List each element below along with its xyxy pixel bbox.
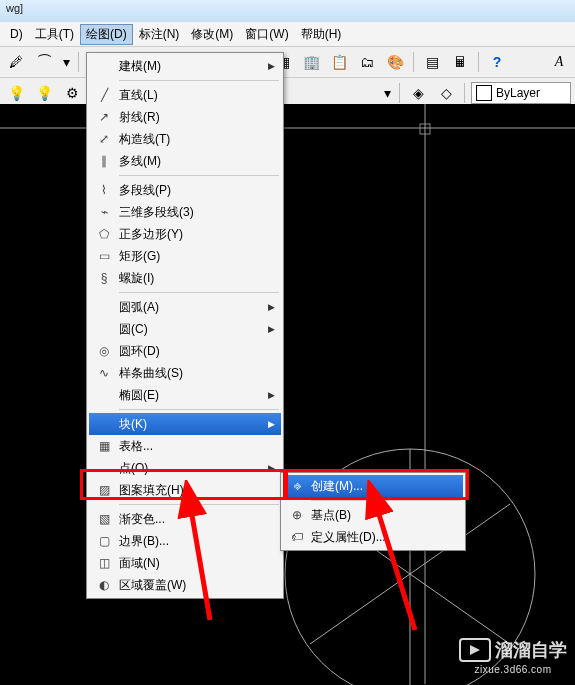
menu-modify[interactable]: 修改(M) <box>185 24 239 45</box>
separator <box>399 83 400 103</box>
make-block-icon: ⎆ <box>283 479 311 493</box>
menu-divider <box>311 500 461 501</box>
gear-icon[interactable]: ⚙ <box>60 81 84 105</box>
menu-divider <box>119 175 279 176</box>
attdef-icon: 🏷 <box>283 530 311 544</box>
menu-region[interactable]: ◫ 面域(N) <box>89 552 281 574</box>
layer-filter-icon[interactable]: ◇ <box>434 81 458 105</box>
menu-helix[interactable]: § 螺旋(I) <box>89 267 281 289</box>
helix-icon: § <box>89 271 119 285</box>
sheetset-icon[interactable]: 🏢 <box>299 50 323 74</box>
separator <box>478 52 479 72</box>
menu-circle[interactable]: 圆(C) ▶ <box>89 318 281 340</box>
color-control[interactable]: ByLayer <box>471 82 571 104</box>
menu-arc[interactable]: 圆弧(A) ▶ <box>89 296 281 318</box>
menu-d-partial[interactable]: D) <box>4 25 29 43</box>
menu-spline[interactable]: ∿ 样条曲线(S) <box>89 362 281 384</box>
menu-ray[interactable]: ↗ 射线(R) <box>89 106 281 128</box>
calculator-icon[interactable]: 🖩 <box>448 50 472 74</box>
menu-table[interactable]: ▦ 表格... <box>89 435 281 457</box>
menu-divider <box>119 504 279 505</box>
layer-icon[interactable]: 🗂 <box>355 50 379 74</box>
help-icon[interactable]: ? <box>485 50 509 74</box>
menu-pline[interactable]: ⌇ 多段线(P) <box>89 179 281 201</box>
menu-divider <box>119 292 279 293</box>
menu-line[interactable]: ╱ 直线(L) <box>89 84 281 106</box>
submenu-arrow-icon: ▶ <box>268 324 275 334</box>
text-style-icon[interactable]: A <box>547 50 571 74</box>
gradient-icon: ▧ <box>89 512 119 526</box>
draw-menu-dropdown: 建模(M) ▶ ╱ 直线(L) ↗ 射线(R) ⤢ 构造线(T) ∥ 多线(M)… <box>86 52 284 599</box>
menu-3dpoly[interactable]: ⌁ 三维多段线(3) <box>89 201 281 223</box>
bylayer-label: ByLayer <box>496 86 540 100</box>
menu-donut[interactable]: ◎ 圆环(D) <box>89 340 281 362</box>
table-icon: ▦ <box>89 439 119 453</box>
base-icon: ⊕ <box>283 508 311 522</box>
svg-marker-11 <box>470 645 480 655</box>
menu-rectangle[interactable]: ▭ 矩形(G) <box>89 245 281 267</box>
menu-mline[interactable]: ∥ 多线(M) <box>89 150 281 172</box>
menubar: D) 工具(T) 绘图(D) 标注(N) 修改(M) 窗口(W) 帮助(H) <box>0 22 575 47</box>
separator <box>78 52 79 72</box>
submenu-arrow-icon: ▶ <box>268 302 275 312</box>
layer-states-icon[interactable]: ◈ <box>406 81 430 105</box>
menu-xline[interactable]: ⤢ 构造线(T) <box>89 128 281 150</box>
watermark: 溜溜自学 zixue.3d66.com <box>459 638 567 675</box>
region-icon: ◫ <box>89 556 119 570</box>
bulb-on-icon[interactable]: 💡 <box>4 81 28 105</box>
menu-ellipse[interactable]: 椭圆(E) ▶ <box>89 384 281 406</box>
menu-dimension[interactable]: 标注(N) <box>133 24 186 45</box>
submenu-create-block[interactable]: ⎆ 创建(M)... <box>283 475 463 497</box>
separator <box>464 83 465 103</box>
title-text: wg] <box>6 2 23 14</box>
3dpoly-icon: ⌁ <box>89 205 119 219</box>
boundary-icon: ▢ <box>89 534 119 548</box>
menu-tools[interactable]: 工具(T) <box>29 24 80 45</box>
quickcalc-icon[interactable]: 🖉 <box>4 50 28 74</box>
table-icon[interactable]: ▤ <box>420 50 444 74</box>
submenu-base-point[interactable]: ⊕ 基点(B) <box>283 504 463 526</box>
arc-tool-icon[interactable]: ⁀ <box>32 50 56 74</box>
watermark-url: zixue.3d66.com <box>459 664 567 675</box>
menu-gradient[interactable]: ▧ 渐变色... <box>89 508 281 530</box>
menu-divider <box>119 409 279 410</box>
menu-wipeout[interactable]: ◐ 区域覆盖(W) <box>89 574 281 596</box>
menu-modeling[interactable]: 建模(M) ▶ <box>89 55 281 77</box>
donut-icon: ◎ <box>89 344 119 358</box>
menu-hatch[interactable]: ▨ 图案填充(H)... <box>89 479 281 501</box>
polygon-icon: ⬠ <box>89 227 119 241</box>
watermark-brand: 溜溜自学 <box>495 638 567 662</box>
rectangle-icon: ▭ <box>89 249 119 263</box>
wipeout-icon: ◐ <box>89 578 119 592</box>
menu-point[interactable]: 点(O) ▶ <box>89 457 281 479</box>
submenu-arrow-icon: ▶ <box>268 419 275 429</box>
separator <box>413 52 414 72</box>
menu-help[interactable]: 帮助(H) <box>295 24 348 45</box>
bulb-off-icon[interactable]: 💡 <box>32 81 56 105</box>
submenu-define-attribute[interactable]: 🏷 定义属性(D)... <box>283 526 463 548</box>
spline-icon: ∿ <box>89 366 119 380</box>
menu-polygon[interactable]: ⬠ 正多边形(Y) <box>89 223 281 245</box>
xline-icon: ⤢ <box>89 132 119 146</box>
play-icon <box>459 638 491 662</box>
block-submenu: ⎆ 创建(M)... ⊕ 基点(B) 🏷 定义属性(D)... <box>280 472 466 551</box>
pline-icon: ⌇ <box>89 183 119 197</box>
line-icon: ╱ <box>89 88 119 102</box>
menu-divider <box>119 80 279 81</box>
properties-icon[interactable]: 📋 <box>327 50 351 74</box>
menu-block[interactable]: 块(K) ▶ <box>89 413 281 435</box>
ray-icon: ↗ <box>89 110 119 124</box>
hatch-icon: ▨ <box>89 483 119 497</box>
submenu-arrow-icon: ▶ <box>268 463 275 473</box>
submenu-arrow-icon: ▶ <box>268 390 275 400</box>
dropdown-arrow-icon[interactable]: ▾ <box>60 50 72 74</box>
window-titlebar: wg] <box>0 0 575 22</box>
color-swatch <box>476 85 492 101</box>
submenu-arrow-icon: ▶ <box>268 61 275 71</box>
dropdown-arrow-icon[interactable]: ▾ <box>381 81 393 105</box>
mline-icon: ∥ <box>89 154 119 168</box>
paint-icon[interactable]: 🎨 <box>383 50 407 74</box>
menu-window[interactable]: 窗口(W) <box>239 24 294 45</box>
menu-boundary[interactable]: ▢ 边界(B)... <box>89 530 281 552</box>
menu-draw[interactable]: 绘图(D) <box>80 24 133 45</box>
